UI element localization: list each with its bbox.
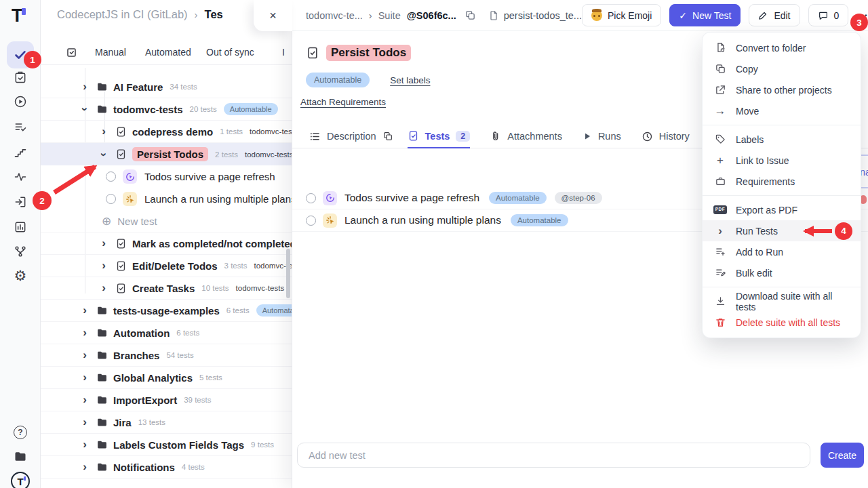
sidebar-item-test-plans[interactable]: [14, 70, 27, 84]
chevron-right-icon: ›: [713, 225, 727, 237]
tree-item-tag: todomvc-tests: [245, 150, 292, 159]
tree-row-suite[interactable]: › codepress demo 1 tests todomvc-tests: [41, 121, 292, 143]
tree-row-folder[interactable]: › AI Feature 34 tests: [41, 76, 292, 98]
menu-item-export-pdf[interactable]: PDF Export as PDF: [703, 199, 861, 220]
test-status-circle[interactable]: [306, 216, 316, 226]
breadcrumb-parent[interactable]: todomvc-te...: [306, 10, 363, 21]
tree-item-count: 13 tests: [138, 418, 165, 426]
chevron-right-icon[interactable]: ›: [80, 326, 90, 340]
tree-row-new-test[interactable]: ⊕ New test: [41, 210, 292, 232]
set-labels-link[interactable]: Set labels: [390, 75, 430, 85]
sidebar-item-settings[interactable]: ⚙: [14, 269, 27, 283]
chevron-right-icon[interactable]: ›: [99, 237, 108, 250]
chevron-right-icon[interactable]: ›: [80, 348, 90, 362]
menu-item-run-tests[interactable]: › Run Tests 4: [703, 220, 861, 241]
chevron-right-icon[interactable]: ›: [99, 259, 108, 272]
tab-tests[interactable]: Tests 2: [408, 125, 471, 148]
tab-history[interactable]: History: [642, 125, 690, 148]
annotation-badge-1: 1: [24, 51, 41, 68]
edge-divider: [861, 187, 868, 188]
breadcrumb-project[interactable]: CodeceptJS in CI (GitLab): [57, 8, 188, 20]
chevron-right-icon[interactable]: ›: [80, 393, 90, 407]
briefcase-icon: [713, 176, 727, 187]
menu-item-labels[interactable]: Labels: [703, 129, 861, 150]
sidebar-item-projects[interactable]: [14, 450, 27, 464]
automated-test-icon: [323, 191, 337, 205]
close-panel-button[interactable]: ×: [254, 0, 292, 31]
menu-item-convert-to-folder[interactable]: Convert to folder: [703, 37, 861, 58]
sidebar-item-steps[interactable]: [14, 146, 27, 159]
comments-button[interactable]: 0: [808, 4, 849, 26]
chevron-right-icon[interactable]: ›: [80, 460, 90, 474]
tree-row-folder[interactable]: › Global Analytics 5 tests: [41, 367, 292, 389]
tree-item-label: tests-usage-examples: [113, 305, 220, 317]
chevron-right-icon[interactable]: ›: [99, 125, 108, 138]
tree-item-label-highlighted: Persist Todos: [132, 147, 208, 161]
sidebar-item-reports[interactable]: [14, 220, 27, 234]
menu-item-move[interactable]: → Move: [703, 100, 861, 121]
copy-suite-id-icon[interactable]: [465, 9, 476, 21]
chevron-right-icon[interactable]: ›: [80, 304, 90, 317]
tab-attachments[interactable]: Attachments: [490, 125, 562, 148]
check-icon: ✓: [679, 10, 687, 21]
menu-item-requirements[interactable]: Requirements: [703, 171, 861, 192]
account-avatar[interactable]: T: [11, 472, 30, 488]
tree-row-suite[interactable]: › Create Tasks 10 tests todomvc-tests: [41, 277, 292, 300]
tree-row-folder[interactable]: › Jira 13 tests: [41, 411, 292, 434]
sidebar-item-help[interactable]: ?: [14, 426, 27, 439]
tree-row-suite[interactable]: › Mark as completed/not completed: [41, 232, 292, 255]
chevron-right-icon[interactable]: ›: [99, 281, 108, 295]
suite-title-row: Persist Todos: [306, 45, 411, 61]
filter-automated[interactable]: Automated: [145, 47, 191, 58]
pick-emoji-button[interactable]: Pick Emoji: [582, 4, 661, 26]
chevron-down-icon[interactable]: ›: [78, 104, 92, 114]
tab-runs[interactable]: Runs: [583, 125, 621, 148]
folder-icon: [96, 372, 108, 384]
sidebar-item-analytics[interactable]: [14, 170, 27, 184]
tree-row-folder[interactable]: › Notifications 4 tests: [41, 456, 292, 479]
chevron-right-icon[interactable]: ›: [80, 80, 90, 94]
edit-button[interactable]: Edit: [749, 4, 800, 26]
menu-item-copy[interactable]: Copy: [703, 58, 861, 79]
sidebar-item-results[interactable]: [14, 121, 27, 134]
tree-row-folder[interactable]: › ImportExport 39 tests: [41, 389, 292, 411]
tree-row-folder[interactable]: › Branches 54 tests: [41, 344, 292, 367]
chevron-right-icon[interactable]: ›: [80, 438, 90, 451]
sidebar-item-import[interactable]: [14, 195, 27, 209]
tree-row-folder[interactable]: › Labels Custom Fields Tags 9 tests: [41, 434, 292, 456]
menu-item-share[interactable]: Share to other projects: [703, 79, 861, 100]
filter-out-of-sync[interactable]: Out of sync: [206, 47, 254, 58]
chevron-right-icon[interactable]: ›: [80, 371, 90, 384]
menu-item-add-to-run[interactable]: Add to Run: [703, 241, 861, 262]
select-all-icon[interactable]: [65, 46, 78, 59]
menu-item-delete-suite[interactable]: Delete suite with all tests: [703, 312, 861, 333]
menu-item-download-suite[interactable]: Download suite with all tests: [703, 291, 861, 312]
tree-row-folder[interactable]: › tests-usage-examples 6 tests Automatab…: [41, 300, 292, 322]
tree-row-folder[interactable]: › Automation 6 tests: [41, 322, 292, 344]
list-plus-icon: [713, 246, 727, 258]
attach-requirements-link[interactable]: Attach Requirements: [300, 97, 386, 107]
suite-file-reference[interactable]: persist-todos_te...: [488, 10, 582, 21]
filter-manual[interactable]: Manual: [95, 47, 126, 58]
add-new-test-input[interactable]: [297, 443, 810, 468]
sidebar-item-runs[interactable]: [14, 95, 27, 108]
add-test-bar: Create: [297, 443, 864, 468]
new-test-button[interactable]: ✓ New Test: [669, 4, 741, 26]
menu-item-link-to-issue[interactable]: + Link to Issue: [703, 150, 861, 171]
plus-circle-icon: ⊕: [102, 214, 111, 228]
tab-description[interactable]: Description: [309, 125, 376, 148]
app-logo[interactable]: T: [12, 5, 23, 26]
folder-icon: [96, 439, 108, 451]
chevron-right-icon[interactable]: ›: [80, 415, 90, 429]
sidebar-item-branches[interactable]: [14, 245, 27, 258]
automatable-pill: Automatable: [306, 73, 370, 87]
test-status-circle[interactable]: [306, 193, 316, 203]
tree-scrollbar[interactable]: [286, 249, 290, 298]
tree-row-folder[interactable]: › todomvc-tests 20 tests Automatable: [41, 98, 292, 121]
menu-item-bulk-edit[interactable]: Bulk edit: [703, 262, 861, 283]
tree-row-suite[interactable]: › Edit/Delete Todos 3 tests todomvc-test…: [41, 255, 292, 277]
copy-description-icon[interactable]: [382, 125, 393, 148]
create-button[interactable]: Create: [821, 443, 864, 468]
tests-icon: [408, 130, 419, 142]
filter-partial[interactable]: I: [282, 47, 285, 58]
